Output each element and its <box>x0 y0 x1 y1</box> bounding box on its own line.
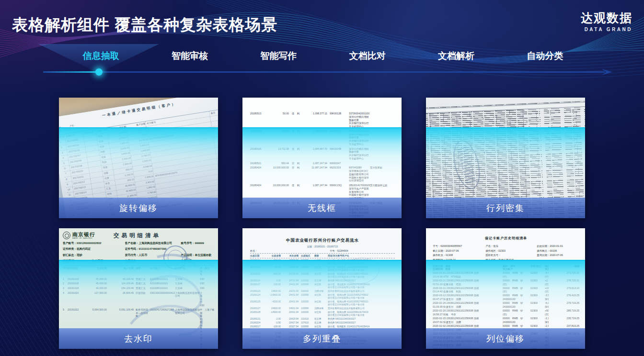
table-row: 交易日期交易金额本次余额交易地点摘要用途/对方账号和户名 <box>250 255 395 258</box>
table-row: 20180131-2.0020429.94101610现支费委托费 940102… <box>250 318 395 321</box>
table-cell: -6,000.00 <box>545 301 549 304</box>
table-cell: 贷 <box>292 166 297 182</box>
table-cell: 委托费 9401021940063027 <box>328 322 395 324</box>
card-caption: 列位偏移 <box>426 328 585 349</box>
table-cell: 20191018 <box>68 287 84 290</box>
table-cell: 20180123 <box>250 290 264 293</box>
table-cell <box>370 147 397 160</box>
tab-intelligent-writing[interactable]: 智能写作 <box>234 50 323 62</box>
tab-document-parsing[interactable]: 文档解析 <box>412 50 500 62</box>
table-cell: 101610 <box>301 279 314 282</box>
card-caption: 去水印 <box>59 328 218 349</box>
table-cell: 16:56:27 转账 卡存 <box>433 313 503 316</box>
table-cell: 20180131 <box>250 318 264 321</box>
table-cell: 243300133 <box>503 305 530 308</box>
table-cell: 上海则构信息科技有限公司 <box>175 291 200 307</box>
table-cell: 276,613.10 <box>552 287 579 289</box>
table-cell <box>537 258 579 262</box>
table-cell: 235,719.25 <box>552 317 579 320</box>
table-row: 客户账号：0301260000002832客户名称：上海则构信息科技有限公司账号… <box>63 241 214 245</box>
table-cell: 00000 RMB 钞 <box>503 279 530 282</box>
table-cell <box>370 162 397 165</box>
card-column-shift: 借记卡账户历史明细清单 卡号：620003040055567户名：张东起始日期：… <box>426 228 585 349</box>
table-cell: 24731.94 <box>283 279 299 282</box>
table-cell: 2 <box>63 282 68 285</box>
table-row: 2018042410,000,000.00贷利11,087,247.946620… <box>250 166 397 182</box>
table-cell: 45,000.00 <box>84 278 107 281</box>
table-cell <box>205 278 214 281</box>
table-cell: 20431.94 <box>283 311 299 317</box>
tab-auto-classification[interactable]: 自动分类 <box>501 50 589 62</box>
table-row: 20180114-2.0024731.94101610现支费委托费 940102… <box>250 279 395 282</box>
table-cell: 24900.00 <box>264 307 281 310</box>
table-cell: 02303 <box>530 287 545 289</box>
table-cell: 6222080101021 <box>150 287 175 290</box>
table-cell: 24231.94 <box>283 290 299 293</box>
table-cell: 钞汇标志：现钞 <box>63 253 125 257</box>
table-cell: 1,084,687.70 <box>302 147 327 160</box>
table-cell: 借 <box>292 147 297 160</box>
table-cell: 00000 RMB 钞 <box>503 287 530 289</box>
bank-name: 南京银行 BANK OF NANJING <box>72 232 95 239</box>
table-cell: 起始日期：20191001 终止日期：20191231 <box>63 259 125 263</box>
table-row: 交易时间 渠道对方账户对方户名 <box>433 267 579 270</box>
table-cell: 560.44 <box>266 162 289 165</box>
table-cell: 交易地点 <box>301 255 314 257</box>
document-date-line: 日期：20180101 - 20180723 <box>250 245 395 248</box>
table-cell: 20180521 <box>250 162 266 165</box>
table-cell: 66660047 <box>330 162 349 165</box>
table-row: 操作柜员：01308授权柜员号：查询日期：2020-07-06 <box>433 254 579 257</box>
table-cell: 11,087,247.94 <box>302 166 327 182</box>
table-cell: 深圳市财付通支付科技有限公司 <box>545 298 549 300</box>
table-cell <box>530 283 545 286</box>
table-row: 03:14:40 批量业务 利息(空)(空) <box>433 290 579 293</box>
table-cell: 利 <box>297 162 302 165</box>
table-row: 12019101845,000.0069,109.49普通汇兑622208010… <box>63 278 214 281</box>
tab-document-compare[interactable]: 文档比对 <box>323 50 412 62</box>
table-cell: 103999 <box>301 273 314 278</box>
table-cell: 2020-02-20 2303012901102256938 活期 <box>433 309 503 312</box>
table-cell <box>530 321 545 323</box>
table-cell: 10,000,000.00 <box>266 166 289 182</box>
table-cell: -2,900.00 <box>545 324 549 327</box>
brand-logo: 达观数据 DATA GRAND <box>581 10 632 32</box>
table-cell <box>552 283 579 286</box>
table-cell: (空) <box>545 283 549 286</box>
table-row: 2020-03-12 2303012901102256938 活期00000 R… <box>433 294 579 297</box>
table-cell: 账号序号：999999 <box>181 241 214 245</box>
table-cell: +14800.00 <box>264 294 281 300</box>
table-cell: 普通汇兑 <box>136 278 150 281</box>
table-row: 2020-03-21 2303012901102256938 活期00000 R… <box>433 287 579 289</box>
table-cell: 00000 RMB 钞 <box>503 294 530 297</box>
table-cell: 转支取 <box>314 311 328 317</box>
table-row: 卡号：620003040055567户名：张东起始日期：2020-01-01 <box>433 245 579 248</box>
table-cell: 截止日期：2020-07-06 <box>433 249 485 253</box>
tab-information-extraction[interactable]: 信息抽取 <box>57 50 145 62</box>
table-row: 32019101840,000.00154,109.49普通汇兑62220801… <box>63 287 214 290</box>
document-header-fields: 客户账号：0301260000002832客户名称：上海则构信息科技有限公司账号… <box>63 241 214 264</box>
table-cell: 委托费 9401021940063027 <box>328 318 395 321</box>
table-cell: 消费转账 <box>314 290 328 293</box>
bank-name-cn: 南京银行 <box>72 232 95 237</box>
table-cell: 借 <box>292 130 297 146</box>
table-row: 证件种类：机构代码证证件号码：913101147480907390 <box>63 247 214 251</box>
table-cell: 030106510174 <box>200 287 205 290</box>
table-cell: 6222080101021 <box>150 278 175 281</box>
table-cell: 转支取 <box>314 266 328 272</box>
table-cell: 00:47:27 快捷支付 消费 <box>433 298 503 300</box>
table-row: 20180204-0.5020427.94107610现支费委托费 940102… <box>250 322 395 324</box>
table-cell: 卡号：62284904 <box>330 249 395 253</box>
table-cell: 交易金额 <box>84 267 107 276</box>
table-cell <box>370 130 397 146</box>
table-cell: 26,609.49 <box>109 291 134 307</box>
tab-intelligent-review[interactable]: 智能审核 <box>145 50 234 62</box>
table-cell <box>530 267 545 270</box>
table-cell: 01:09:35 快捷支付 消费 <box>433 305 503 308</box>
table-cell: 现支费 <box>314 279 328 282</box>
card-caption: 行列密集 <box>426 198 585 218</box>
table-cell: +50,000.00 <box>545 309 549 312</box>
table-cell: 操作柜员：01308 <box>433 254 485 257</box>
table-row: 20180128-14900.0020431.94100000转支取财付通、银商… <box>250 311 395 317</box>
table-row: 2018051350.00借利1,098,377.1199K0012B33706… <box>250 112 397 128</box>
card-caption: 多列重叠 <box>242 328 402 349</box>
